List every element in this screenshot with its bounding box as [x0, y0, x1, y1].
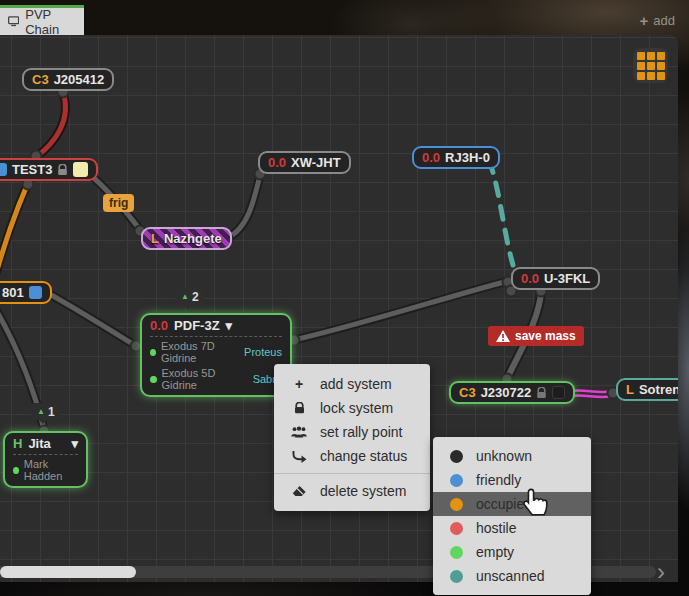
edge-j205412-test3	[36, 92, 65, 157]
pilot-name: Mark Hadden	[24, 458, 78, 482]
system-name: Nazhgete	[164, 231, 222, 246]
system-node-j230722[interactable]: C3 J230722	[449, 381, 575, 404]
status-submenu: unknown friendly occupied hostile empty …	[433, 437, 591, 595]
system-node-u-3fkl[interactable]: 0.0 U-3FKL	[511, 267, 600, 290]
pilot-name: Exodus 7D Gidrine	[161, 340, 239, 364]
tab-label: PVP Chain	[25, 7, 76, 37]
system-node-rj3h-0[interactable]: 0.0 RJ3H-0	[412, 146, 500, 169]
lock-icon	[536, 387, 547, 399]
pilot-status-dot	[150, 376, 157, 383]
system-node-xw-jht[interactable]: 0.0 XW-JHT	[258, 151, 351, 174]
pilot-name: Exodus 5D Gidrine	[162, 367, 248, 391]
system-context-menu: + add system lock system set rally point	[274, 364, 430, 511]
menu-item-delete-system[interactable]: delete system	[274, 479, 430, 503]
status-square-icon	[0, 163, 7, 176]
status-item-unknown[interactable]: unknown	[433, 444, 591, 468]
up-arrow-icon: ▲	[37, 407, 45, 416]
hand-cursor-icon	[521, 487, 549, 519]
wormhole-size-tag: frig	[103, 194, 134, 212]
system-node-pdf-3z[interactable]: 0.0 PDF-3Z ▾ Exodus 7D Gidrine Proteus E…	[140, 313, 292, 397]
status-item-empty[interactable]: empty	[433, 540, 591, 564]
status-dot-unscanned	[450, 570, 463, 583]
lock-icon	[291, 402, 307, 414]
status-square-icon	[29, 286, 42, 299]
system-node-801[interactable]: 801	[0, 281, 52, 304]
menu-item-set-rally-point[interactable]: set rally point	[274, 420, 430, 444]
system-security: 0.0	[521, 271, 539, 286]
chevron-down-icon[interactable]: ▾	[71, 436, 78, 451]
pilot-row: Exodus 5D Gidrine Sabre	[150, 367, 282, 391]
menu-separator	[274, 473, 430, 474]
system-name: J205412	[54, 72, 105, 87]
jump-count-badge: ▲ 1	[31, 403, 61, 420]
scrollbar-thumb[interactable]	[0, 566, 136, 578]
system-node-nazhgete[interactable]: L Nazhgete	[141, 227, 232, 250]
up-arrow-icon: ▲	[181, 292, 189, 301]
menu-item-change-status[interactable]: change status	[274, 444, 430, 468]
system-name: TEST3	[12, 162, 52, 177]
pilot-row: Mark Hadden	[13, 458, 78, 482]
pathfinder-map-page: { "header": { "tab_label": "PVP Chain", …	[0, 0, 689, 596]
note-square-icon	[73, 162, 88, 177]
system-security: 0.0	[150, 318, 168, 333]
edge-nazhgete-xwjht	[227, 175, 260, 238]
chevron-down-icon[interactable]: ▾	[226, 318, 233, 333]
system-class: C3	[32, 72, 49, 87]
status-square-icon	[552, 386, 565, 399]
system-class: H	[13, 436, 22, 451]
system-node-j205412[interactable]: C3 J205412	[22, 68, 114, 91]
edge-rj3h0-u3fkl-dashed	[489, 160, 513, 265]
curved-arrow-icon	[291, 450, 307, 463]
system-security: 0.0	[268, 155, 286, 170]
edge-801-pdf3z	[46, 292, 136, 346]
tab-pvp-chain[interactable]: PVP Chain	[0, 5, 84, 35]
status-item-unscanned[interactable]: unscanned	[433, 564, 591, 588]
jump-count-badge: ▲ 2	[175, 288, 205, 305]
pilot-status-dot	[150, 349, 156, 356]
pilot-status-dot	[13, 467, 19, 474]
system-class: L	[626, 382, 634, 397]
status-dot-friendly	[450, 474, 463, 487]
status-item-friendly[interactable]: friendly	[433, 468, 591, 492]
map-options-grid-button[interactable]	[633, 48, 668, 83]
status-item-hostile[interactable]: hostile	[433, 516, 591, 540]
menu-item-lock-system[interactable]: lock system	[274, 396, 430, 420]
monitor-icon	[8, 15, 19, 28]
system-name: U-3FKL	[544, 271, 590, 286]
system-security: 0.0	[422, 150, 440, 165]
status-dot-occupied	[450, 498, 463, 511]
save-mass-badge[interactable]: save mass	[488, 326, 584, 346]
warning-icon	[496, 330, 510, 342]
plus-icon: +	[291, 376, 307, 392]
system-node-test3[interactable]: TEST3	[0, 158, 98, 181]
system-name: J230722	[481, 385, 532, 400]
edge-pdf3z-u3fkl	[294, 281, 508, 340]
system-node-sotrenz[interactable]: L Sotrenz	[616, 378, 678, 401]
add-map-button[interactable]: + add	[640, 12, 675, 29]
status-dot-empty	[450, 546, 463, 559]
plus-icon: +	[640, 12, 649, 29]
system-name: Jita	[28, 436, 50, 451]
pilot-row: Exodus 7D Gidrine Proteus	[150, 340, 282, 364]
status-dot-unknown	[450, 450, 463, 463]
system-name: PDF-3Z	[174, 318, 220, 333]
users-icon	[291, 426, 307, 438]
system-class: L	[151, 231, 159, 246]
system-node-jita[interactable]: H Jita ▾ Mark Hadden	[3, 431, 88, 488]
pilot-ship: Proteus	[244, 346, 282, 358]
system-name: XW-JHT	[291, 155, 341, 170]
menu-item-add-system[interactable]: + add system	[274, 372, 430, 396]
status-dot-hostile	[450, 522, 463, 535]
system-class: C3	[459, 385, 476, 400]
add-label: add	[653, 13, 675, 28]
lock-icon	[57, 164, 68, 176]
eraser-icon	[291, 485, 307, 497]
scroll-right-chevron-icon[interactable]: ›	[657, 558, 665, 582]
edge-test3-offscreen	[0, 183, 28, 280]
system-name: Sotrenz	[639, 382, 678, 397]
system-name: 801	[2, 285, 24, 300]
system-name: RJ3H-0	[445, 150, 490, 165]
status-item-occupied[interactable]: occupied	[433, 492, 591, 516]
